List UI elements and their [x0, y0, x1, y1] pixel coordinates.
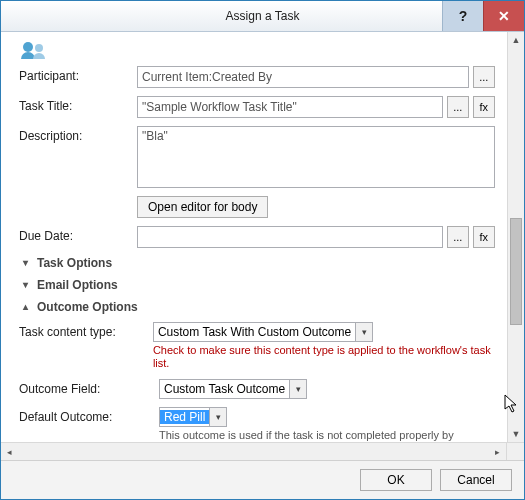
task-title-label: Task Title: [19, 96, 137, 113]
email-options-header[interactable]: ▾ Email Options [19, 278, 495, 292]
chevron-down-icon: ▾ [19, 257, 31, 268]
email-options-title: Email Options [37, 278, 118, 292]
default-outcome-row: Default Outcome: Red Pill ▾ This outcome… [19, 407, 495, 442]
chevron-down-icon: ▾ [355, 323, 372, 341]
outcome-field-row: Outcome Field: Custom Task Outcome ▾ [19, 379, 495, 399]
due-date-label: Due Date: [19, 226, 137, 243]
assign-task-icon [19, 40, 49, 60]
cancel-button[interactable]: Cancel [440, 469, 512, 491]
ok-button[interactable]: OK [360, 469, 432, 491]
task-options-header[interactable]: ▾ Task Options [19, 256, 495, 270]
content-type-dropdown[interactable]: Custom Task With Custom Outcome ▾ [153, 322, 373, 342]
outcome-field-dropdown[interactable]: Custom Task Outcome ▾ [159, 379, 307, 399]
content-type-warning: Check to make sure this content type is … [153, 344, 495, 372]
scroll-up-icon[interactable]: ▲ [508, 32, 524, 49]
default-outcome-dropdown[interactable]: Red Pill ▾ [159, 407, 227, 427]
participant-label: Participant: [19, 66, 137, 83]
chevron-down-icon: ▾ [19, 279, 31, 290]
scroll-track[interactable] [508, 49, 524, 425]
participant-browse-button[interactable]: ... [473, 66, 495, 88]
default-outcome-value: Red Pill [160, 410, 209, 424]
chevron-down-icon: ▾ [209, 408, 226, 426]
participant-input[interactable] [137, 66, 469, 88]
content-type-row: Task content type: Custom Task With Cust… [19, 322, 495, 372]
outcome-options-title: Outcome Options [37, 300, 138, 314]
task-title-row: Task Title: ... fx [19, 96, 495, 118]
form-area: Participant: ... Task Title: ... fx Desc… [1, 32, 507, 442]
titlebar: Assign a Task ? ✕ [1, 1, 524, 32]
due-date-fx-button[interactable]: fx [473, 226, 495, 248]
task-title-fx-button[interactable]: fx [473, 96, 495, 118]
participant-row: Participant: ... [19, 66, 495, 88]
help-button[interactable]: ? [442, 1, 483, 31]
dialog-window: Assign a Task ? ✕ Participant: [0, 0, 525, 500]
svg-point-0 [23, 42, 33, 52]
window-controls: ? ✕ [442, 1, 524, 31]
horizontal-scrollbar[interactable]: ◂ ▸ [1, 442, 524, 460]
due-date-row: Due Date: ... fx [19, 226, 495, 248]
client-area: Participant: ... Task Title: ... fx Desc… [1, 32, 524, 442]
description-input[interactable]: "Bla" [137, 126, 495, 188]
default-outcome-label: Default Outcome: [19, 407, 159, 424]
svg-point-1 [35, 44, 43, 52]
task-title-input[interactable] [137, 96, 443, 118]
scroll-thumb[interactable] [510, 218, 522, 325]
outcome-options-header[interactable]: ▴ Outcome Options [19, 300, 495, 314]
scroll-track-h[interactable] [18, 443, 489, 460]
open-editor-row: Open editor for body [137, 196, 495, 218]
close-button[interactable]: ✕ [483, 1, 524, 31]
description-row: Description: "Bla" [19, 126, 495, 188]
due-date-browse-button[interactable]: ... [447, 226, 469, 248]
content-type-label: Task content type: [19, 322, 153, 339]
close-icon: ✕ [498, 8, 510, 24]
button-bar: OK Cancel [1, 460, 524, 499]
description-label: Description: [19, 126, 137, 143]
outcome-field-value: Custom Task Outcome [160, 382, 289, 396]
content-type-value: Custom Task With Custom Outcome [154, 325, 355, 339]
task-title-browse-button[interactable]: ... [447, 96, 469, 118]
default-outcome-note: This outcome is used if the task is not … [159, 429, 495, 442]
due-date-input[interactable] [137, 226, 443, 248]
chevron-down-icon: ▾ [289, 380, 306, 398]
vertical-scrollbar[interactable]: ▲ ▼ [507, 32, 524, 442]
chevron-up-icon: ▴ [19, 301, 31, 312]
scroll-left-icon[interactable]: ◂ [1, 443, 18, 460]
outcome-field-label: Outcome Field: [19, 379, 159, 396]
task-options-title: Task Options [37, 256, 112, 270]
scroll-sizer [506, 443, 524, 460]
open-editor-button[interactable]: Open editor for body [137, 196, 268, 218]
scroll-right-icon[interactable]: ▸ [489, 443, 506, 460]
scroll-down-icon[interactable]: ▼ [508, 425, 524, 442]
